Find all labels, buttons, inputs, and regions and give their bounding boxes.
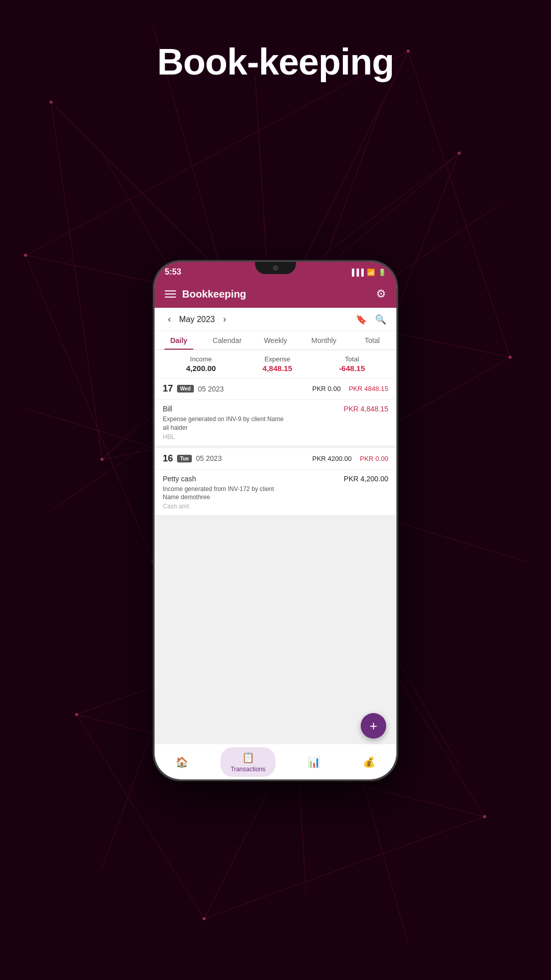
tab-monthly[interactable]: Monthly bbox=[299, 331, 348, 350]
wifi-icon: 📶 bbox=[367, 268, 375, 276]
page-title: Book-keeping bbox=[0, 41, 551, 83]
transaction-row-bill: Bill Expense generated on INV-9 by clien… bbox=[163, 405, 388, 440]
date-amounts-16: PKR 4200.00 PKR 0.00 bbox=[312, 455, 388, 462]
transaction-amount-bill: PKR 4,848.15 bbox=[344, 405, 388, 413]
total-label: Total bbox=[339, 355, 365, 363]
summary-income: Income 4,200.00 bbox=[186, 355, 216, 373]
svg-point-32 bbox=[24, 254, 27, 257]
transaction-desc-bill: Expense generated on INV-9 by client Nam… bbox=[163, 415, 285, 432]
tab-weekly[interactable]: Weekly bbox=[252, 331, 300, 350]
date-income-16: PKR 4200.00 bbox=[312, 455, 352, 462]
tab-calendar[interactable]: Calendar bbox=[203, 331, 252, 350]
transaction-category-petty: Petty cash bbox=[163, 475, 285, 483]
date-num-17: 17 bbox=[163, 383, 173, 394]
add-transaction-button[interactable]: + bbox=[361, 713, 386, 739]
summary-expense: Expense 4,848.15 bbox=[263, 355, 292, 373]
date-income-17: PKR 0.00 bbox=[312, 385, 341, 393]
search-icon[interactable]: 🔍 bbox=[375, 314, 386, 325]
notch bbox=[255, 262, 296, 274]
bookmark-icon[interactable]: 🔖 bbox=[356, 314, 367, 325]
day-badge-17: Wed bbox=[177, 385, 194, 393]
svg-point-29 bbox=[458, 152, 461, 155]
expense-label: Expense bbox=[263, 355, 292, 363]
summary-row: Income 4,200.00 Expense 4,848.15 Total -… bbox=[155, 350, 396, 378]
nav-home[interactable]: 🏠 bbox=[165, 752, 198, 772]
svg-point-27 bbox=[49, 101, 53, 104]
stats-icon: 📊 bbox=[308, 756, 320, 768]
date-expense-17: PKR 4848.15 bbox=[349, 385, 388, 393]
month-nav-left: ‹ May 2023 › bbox=[165, 313, 229, 326]
date-group-17: 17 Wed 05 2023 PKR 0.00 PKR 4848.15 Bill… bbox=[155, 378, 396, 446]
transaction-sub-petty: Cash amt bbox=[163, 503, 285, 510]
date-header-17: 17 Wed 05 2023 PKR 0.00 PKR 4848.15 bbox=[155, 378, 396, 400]
month-label: May 2023 bbox=[179, 315, 215, 324]
signal-icon: ▐▐▐ bbox=[349, 268, 364, 276]
svg-point-39 bbox=[203, 917, 206, 920]
date-num-16: 16 bbox=[163, 453, 173, 464]
nav-accounts[interactable]: 💰 bbox=[353, 752, 386, 772]
app-header: Bookkeeping ⚙ bbox=[155, 282, 396, 308]
transaction-category-bill: Bill bbox=[163, 405, 285, 413]
income-label: Income bbox=[186, 355, 216, 363]
hamburger-icon[interactable] bbox=[165, 290, 176, 298]
expense-value: 4,848.15 bbox=[263, 364, 292, 373]
date-left-17: 17 Wed 05 2023 bbox=[163, 383, 224, 394]
date-group-16: 16 Tue 05 2023 PKR 4200.00 PKR 0.00 Pett… bbox=[155, 448, 396, 516]
total-value: -648.15 bbox=[339, 364, 365, 373]
tab-daily[interactable]: Daily bbox=[155, 331, 203, 350]
svg-point-38 bbox=[483, 815, 486, 818]
date-left-16: 16 Tue 05 2023 bbox=[163, 453, 222, 464]
camera-icon bbox=[273, 265, 278, 271]
home-icon: 🏠 bbox=[176, 756, 188, 768]
date-header-16: 16 Tue 05 2023 PKR 4200.00 PKR 0.00 bbox=[155, 448, 396, 470]
app-title: Bookkeeping bbox=[182, 288, 246, 300]
list-item[interactable]: Bill Expense generated on INV-9 by clien… bbox=[155, 400, 396, 446]
date-year-16: 05 2023 bbox=[196, 454, 222, 462]
summary-total: Total -648.15 bbox=[339, 355, 365, 373]
svg-point-34 bbox=[509, 356, 512, 359]
transactions-list: 17 Wed 05 2023 PKR 0.00 PKR 4848.15 Bill… bbox=[155, 378, 396, 744]
status-time: 5:53 bbox=[165, 267, 181, 277]
accounts-icon: 💰 bbox=[363, 756, 375, 768]
month-nav-right: 🔖 🔍 bbox=[356, 314, 386, 325]
nav-transactions[interactable]: 📋 Transactions bbox=[220, 747, 276, 777]
status-bar: 5:53 ▐▐▐ 📶 🔋 bbox=[155, 262, 396, 282]
battery-icon: 🔋 bbox=[378, 268, 386, 276]
date-expense-16: PKR 0.00 bbox=[360, 455, 388, 462]
transaction-sub-bill: HBL bbox=[163, 433, 285, 440]
date-year-17: 05 2023 bbox=[198, 385, 224, 393]
day-badge-16: Tue bbox=[177, 455, 192, 462]
transactions-icon: 📋 bbox=[242, 751, 255, 764]
nav-stats[interactable]: 📊 bbox=[297, 752, 331, 772]
prev-month-button[interactable]: ‹ bbox=[165, 313, 174, 326]
tabs: Daily Calendar Weekly Monthly Total bbox=[155, 331, 396, 350]
bottom-nav: 🏠 📋 Transactions 📊 💰 bbox=[155, 744, 396, 779]
list-item[interactable]: Petty cash Income generated from INV-172… bbox=[155, 470, 396, 516]
transaction-left-petty: Petty cash Income generated from INV-172… bbox=[163, 475, 285, 510]
header-left: Bookkeeping bbox=[165, 288, 246, 300]
phone-shell: 5:53 ▐▐▐ 📶 🔋 Bookkeeping ⚙ ‹ bbox=[153, 260, 398, 781]
svg-point-36 bbox=[75, 713, 78, 716]
next-month-button[interactable]: › bbox=[220, 313, 229, 326]
transaction-amount-petty: PKR 4,200.00 bbox=[344, 475, 388, 483]
gear-icon[interactable]: ⚙ bbox=[376, 287, 386, 301]
tab-total[interactable]: Total bbox=[348, 331, 396, 350]
transaction-row-petty: Petty cash Income generated from INV-172… bbox=[163, 475, 388, 510]
transaction-desc-petty: Income generated from INV-172 by client … bbox=[163, 485, 285, 502]
status-icons: ▐▐▐ 📶 🔋 bbox=[349, 268, 386, 276]
transaction-left-bill: Bill Expense generated on INV-9 by clien… bbox=[163, 405, 285, 440]
phone-screen: 5:53 ▐▐▐ 📶 🔋 Bookkeeping ⚙ ‹ bbox=[155, 262, 396, 779]
svg-point-31 bbox=[101, 458, 104, 461]
date-amounts-17: PKR 0.00 PKR 4848.15 bbox=[312, 385, 388, 393]
month-nav: ‹ May 2023 › 🔖 🔍 bbox=[155, 308, 396, 331]
nav-transactions-label: Transactions bbox=[231, 766, 265, 773]
income-value: 4,200.00 bbox=[186, 364, 216, 373]
